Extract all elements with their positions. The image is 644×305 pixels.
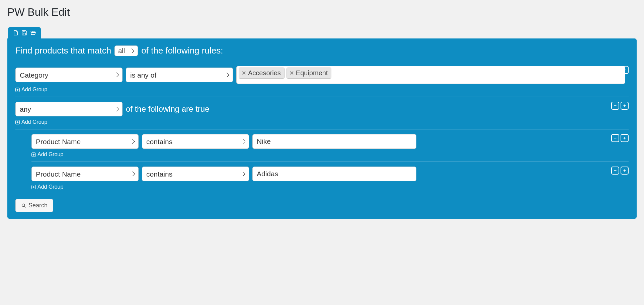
add-rule-button[interactable] — [621, 134, 629, 142]
group-label: of the following are true — [126, 104, 209, 114]
filter-panel: Find products that match all of the foll… — [7, 38, 637, 219]
add-group-link[interactable]: Add Group — [31, 149, 629, 162]
svg-point-20 — [22, 204, 25, 206]
remove-rule-button[interactable] — [611, 167, 619, 175]
search-button[interactable]: Search — [15, 199, 53, 212]
add-group-label: Add Group — [37, 151, 63, 158]
tag-chip: ✕ Accesories — [239, 68, 285, 79]
field-select[interactable]: Product Name — [31, 167, 139, 181]
add-group-link[interactable]: Add Group — [15, 84, 629, 97]
group-mode-select[interactable]: any — [15, 102, 123, 116]
add-group-link[interactable]: Add Group — [15, 116, 629, 129]
search-button-label: Search — [28, 202, 48, 209]
add-group-button[interactable] — [621, 102, 629, 110]
match-mode-select[interactable]: all — [114, 45, 138, 56]
rule-row: Product Name contains — [31, 162, 629, 181]
save-icon[interactable] — [21, 30, 27, 36]
plus-square-icon — [15, 120, 20, 124]
header-text-after: of the following rules: — [141, 45, 223, 56]
remove-rule-button[interactable] — [611, 66, 619, 74]
add-group-label: Add Group — [21, 119, 47, 125]
field-select[interactable]: Category — [15, 68, 123, 82]
file-icon[interactable] — [13, 30, 19, 36]
remove-rule-button[interactable] — [611, 134, 619, 142]
add-group-label: Add Group — [21, 87, 47, 93]
rule-row: Category is any of ✕ Accesories ✕ Equipm… — [15, 61, 629, 84]
filter-header: Find products that match all of the foll… — [15, 45, 629, 61]
add-rule-button[interactable] — [621, 66, 629, 74]
tag-chip: ✕ Equipment — [287, 68, 332, 79]
plus-square-icon — [31, 185, 36, 189]
add-rule-button[interactable] — [621, 167, 629, 175]
group-row: any of the following are true — [15, 97, 629, 116]
tag-label: Equipment — [296, 69, 328, 77]
svg-line-21 — [24, 206, 25, 207]
plus-square-icon — [31, 152, 36, 157]
folder-open-icon[interactable] — [30, 30, 36, 36]
remove-group-button[interactable] — [611, 102, 619, 110]
rule-row: Product Name contains — [31, 129, 629, 149]
field-select[interactable]: Product Name — [31, 134, 139, 149]
operator-select[interactable]: contains — [142, 134, 249, 149]
operator-select[interactable]: contains — [142, 167, 249, 181]
remove-tag-icon[interactable]: ✕ — [242, 71, 246, 76]
panel-tab — [8, 27, 41, 38]
nested-group: Product Name contains — [15, 129, 629, 194]
value-input[interactable] — [252, 134, 416, 149]
category-tag-input[interactable]: ✕ Accesories ✕ Equipment — [236, 66, 625, 84]
add-group-label: Add Group — [37, 184, 63, 190]
plus-square-icon — [15, 88, 20, 92]
remove-tag-icon[interactable]: ✕ — [290, 71, 294, 76]
value-input[interactable] — [252, 167, 416, 181]
operator-select[interactable]: is any of — [126, 68, 233, 82]
search-icon — [21, 203, 26, 208]
add-group-link[interactable]: Add Group — [31, 181, 629, 194]
page-title: PW Bulk Edit — [7, 6, 637, 18]
header-text-before: Find products that match — [15, 45, 111, 56]
tag-label: Accesories — [248, 69, 281, 77]
